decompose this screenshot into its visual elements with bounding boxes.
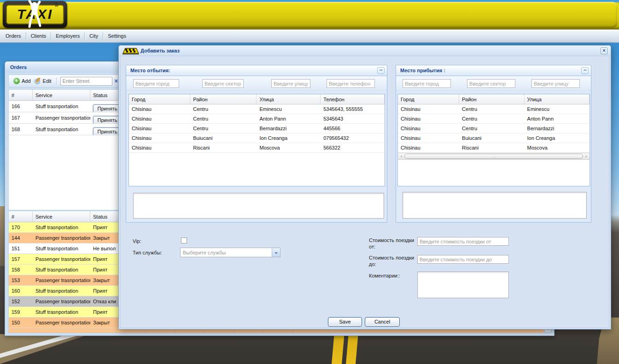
table-cell: Chisinau [129, 114, 190, 123]
taxi-logo: TAXI ♔ [3, 1, 67, 28]
table-cell: Moscova [257, 143, 321, 152]
service-type-select[interactable]: Выберите службы ⌄ [180, 248, 280, 257]
save-button[interactable]: Save [328, 317, 362, 327]
accept-order-button[interactable]: Принять [93, 127, 122, 135]
order-service: Stuff trasnportation [33, 307, 90, 317]
table-row[interactable]: ChisinauCentruAnton Pann [398, 114, 590, 124]
table-row[interactable]: ChisinauRiscaniMoscova566322 [129, 143, 385, 153]
scroll-left-icon[interactable]: ‹ [398, 153, 404, 159]
menu-item-city[interactable]: City [85, 31, 103, 40]
column-header[interactable]: Район [459, 94, 524, 104]
arrival-table-hscrollbar[interactable]: ‹ ::: › [398, 153, 590, 160]
collapse-icon[interactable]: − [581, 67, 589, 74]
filter-input[interactable] [403, 79, 451, 88]
table-cell: Centru [190, 114, 257, 123]
order-number: 151 [9, 243, 33, 254]
table-cell: Bernardazzi [525, 124, 590, 133]
vip-checkbox[interactable] [181, 237, 187, 243]
table-row[interactable]: ChisinauRiscaniMoscova [398, 143, 590, 153]
table-cell: Anton Pann [525, 114, 590, 123]
column-header[interactable]: Service [33, 90, 90, 100]
table-cell: Chisinau [398, 143, 459, 152]
order-number: 150 [9, 318, 33, 328]
accept-order-button[interactable]: Принять [93, 116, 122, 123]
menu-item-settings[interactable]: Settings [103, 31, 131, 40]
column-header[interactable]: # [9, 90, 33, 100]
departure-selected-address-box[interactable] [133, 193, 384, 219]
table-cell: Chisinau [398, 124, 459, 133]
filter-input[interactable] [531, 79, 580, 88]
table-cell: Centru [459, 124, 524, 133]
departure-panel-title: Место отбытия: [126, 65, 387, 76]
column-header[interactable]: Город [129, 94, 190, 104]
order-number: 144 [9, 233, 33, 243]
filter-input[interactable] [327, 79, 375, 88]
filter-input[interactable] [271, 79, 310, 88]
table-cell: Riscani [459, 143, 524, 152]
menu-item-employers[interactable]: Employers [51, 31, 84, 40]
crown-icon: ♔ [54, 2, 59, 8]
main-menu-bar: OrdersClientsEmployersCitySettings [0, 29, 619, 43]
taxi-checker-icon [121, 47, 140, 55]
filter-input[interactable] [467, 79, 515, 88]
column-header[interactable]: Service [33, 211, 90, 222]
table-row[interactable]: ChisinauCentruBernardazzi445566 [129, 124, 385, 133]
order-service: Passenger trasnportation [33, 233, 90, 243]
table-cell: Moscova [525, 143, 590, 152]
table-cell: Anton Pann [257, 114, 321, 123]
column-header[interactable]: Улица [257, 94, 321, 104]
price-to-input[interactable] [417, 255, 509, 264]
column-header[interactable]: Улица [525, 94, 590, 104]
collapse-icon[interactable]: − [377, 67, 385, 74]
table-row[interactable]: ChisinauCentruEminescu [398, 104, 590, 114]
clear-search-icon[interactable]: ✕ [114, 78, 118, 84]
toolbar-separator [56, 77, 57, 85]
column-header[interactable]: Телефон [321, 94, 385, 104]
order-service: Stuff trasnportation [33, 286, 90, 296]
add-order-button[interactable]: + Add [12, 77, 34, 85]
order-service: Stuff trasnportation [33, 265, 90, 275]
order-service: Passenger trasnportation [33, 275, 90, 285]
arrival-selected-address-box[interactable] [403, 192, 587, 219]
order-service: Stuff trasnportation [33, 243, 90, 254]
table-row[interactable]: ChisinauCentruBernardazzi [398, 124, 590, 133]
scroll-right-icon[interactable]: › [583, 153, 589, 159]
order-number: 157 [9, 254, 33, 264]
close-icon[interactable]: ✕ [601, 47, 607, 54]
hscroll-thumb[interactable]: ::: [404, 154, 583, 159]
comments-textarea[interactable] [417, 272, 509, 298]
hscroll-grip-dots: ::: [491, 155, 496, 159]
accept-order-button[interactable]: Принять [93, 104, 122, 112]
table-row[interactable]: ChisinauCentruAnton Pann5345643 [129, 114, 385, 124]
cancel-button[interactable]: Cancel [365, 317, 400, 327]
edit-order-button[interactable]: Edit [34, 77, 54, 85]
table-row[interactable]: ChisinauCentruEminescu5345643, 555555 [129, 104, 385, 114]
order-service: Stuff trasnportation [33, 124, 90, 135]
order-service: Passenger trasnportation [33, 254, 90, 264]
column-header[interactable]: Район [190, 94, 257, 104]
table-cell: 5345643, 555555 [321, 104, 385, 114]
banner-plate [3, 2, 617, 28]
street-search-input[interactable] [60, 77, 112, 86]
table-cell: Ion Creanga [525, 133, 590, 143]
arrival-table-body: ChisinauCentruEminescuChisinauCentruAnto… [398, 104, 590, 153]
table-row[interactable]: ChisinauBuiucaniIon Creanga [398, 133, 590, 143]
menu-item-clients[interactable]: Clients [26, 31, 51, 40]
table-cell: 566322 [321, 143, 385, 152]
table-cell: Ion Creanga [257, 133, 321, 143]
table-cell: Chisinau [398, 133, 459, 143]
table-cell: Chisinau [129, 124, 190, 133]
column-header[interactable]: # [9, 211, 33, 222]
menu-item-orders[interactable]: Orders [1, 31, 26, 40]
filter-input[interactable] [133, 79, 179, 88]
filter-input[interactable] [202, 79, 244, 88]
order-number: 153 [9, 275, 33, 285]
price-from-input[interactable] [417, 237, 509, 246]
table-cell: Chisinau [398, 104, 459, 114]
column-header[interactable]: Город [398, 94, 459, 104]
edit-button-label: Edit [43, 78, 52, 84]
table-row[interactable]: ChisinauBuiucaniIon Creanga079565432 [129, 133, 385, 143]
chevron-down-icon[interactable]: ⌄ [272, 248, 280, 257]
table-cell: Buiucani [190, 133, 257, 143]
arrival-panel-title: Место прибытия : [396, 65, 591, 76]
